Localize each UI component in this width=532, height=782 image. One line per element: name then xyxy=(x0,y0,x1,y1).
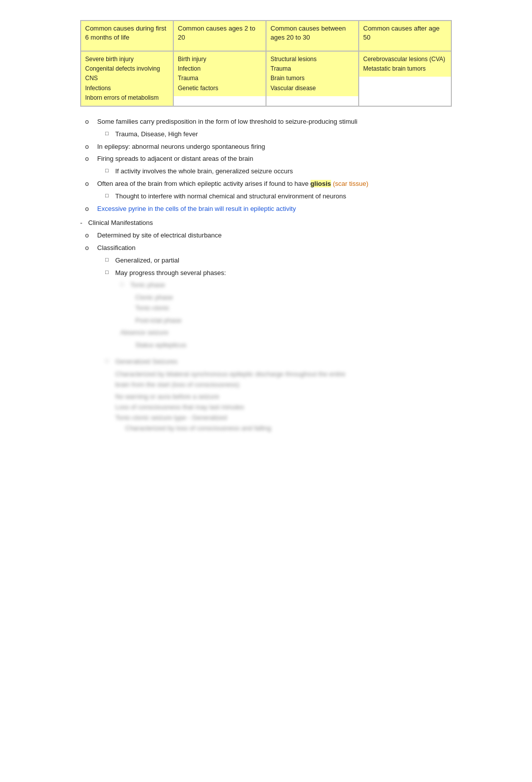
cause-item: Trauma xyxy=(178,74,261,83)
col-body-ages-2-20: Birth injury Infection Trauma Genetic fa… xyxy=(174,51,265,96)
bullet-activity: □ If activity involves the whole brain, … xyxy=(105,166,452,177)
bullet-families: o Some families carry predisposition in … xyxy=(85,117,452,127)
bullet-o-marker4: o xyxy=(85,179,97,189)
bullet-generalized-text: Generalized, or partial xyxy=(115,255,452,266)
bullet-trauma: □ Trauma, Disease, High fever xyxy=(105,129,452,140)
blurred-line-5: Tonic-clonic seizure type - Generalized xyxy=(115,413,452,423)
bullet-phases-text: May progress through several phases: xyxy=(115,268,452,279)
dash-marker: - xyxy=(80,218,88,228)
bullet-o-marker6: o xyxy=(85,230,97,241)
bullet-square-marker2: □ xyxy=(105,166,115,177)
bullet-pyrine-text: Excessive pyrine in the cells of the bra… xyxy=(97,204,452,214)
bullet-o-marker: o xyxy=(85,117,97,127)
cause-item: Congenital defects involving CNS xyxy=(85,64,169,83)
cause-item: Cerebrovascular lesions (CVA) xyxy=(363,55,447,64)
clinical-manifestations-label: Clinical Manifestations xyxy=(88,218,452,228)
bullet-pyrine: o Excessive pyrine in the cells of the b… xyxy=(85,204,452,214)
cause-item: Infection xyxy=(178,64,261,74)
cause-item: Infections xyxy=(85,84,169,93)
phase-absence-row: Absence seizure xyxy=(120,328,452,338)
bullet-interfere-text: Thought to interfere with normal chemica… xyxy=(115,191,452,202)
bullet-determined-text: Determined by site of electrical disturb… xyxy=(97,230,452,241)
cause-item: Severe birth injury xyxy=(85,55,169,64)
causes-table: Common causes during first 6 months of l… xyxy=(80,20,452,107)
bullet-square2-marker: □ xyxy=(120,280,130,291)
blurred-sub-section: Characterized by bilateral synchronous e… xyxy=(115,369,452,434)
cause-item: Birth injury xyxy=(178,55,261,64)
bullet-gliosis: o Often area of the brain from which epi… xyxy=(85,179,452,189)
bullet-square-marker4: □ xyxy=(105,255,115,266)
blurred-line-1: Characterized by bilateral synchronous e… xyxy=(115,369,452,380)
phase-sub-1: Clonic phase xyxy=(135,293,452,303)
bullet-phases: □ May progress through several phases: xyxy=(105,268,452,279)
bullet-o-marker5: o xyxy=(85,204,97,214)
col-first-months: Common causes during first 6 months of l… xyxy=(81,21,173,106)
bullet-activity-text: If activity involves the whole brain, ge… xyxy=(115,166,452,177)
bullet-o-marker2: o xyxy=(85,142,97,152)
bullet-phase-tonic-header: □ Tonic phase xyxy=(120,280,452,291)
cause-item: Vascular disease xyxy=(271,84,354,93)
col-header-ages-2-20: Common causes ages 2 to 20 xyxy=(178,25,255,41)
blurred-sub-sub: Characterized by loss of consciousness a… xyxy=(125,423,452,434)
col-ages-2-20: Common causes ages 2 to 20 Birth injury … xyxy=(173,21,266,106)
blurred-line-2: brain from the start (loss of consciousn… xyxy=(115,380,452,390)
bullet-square-marker3: □ xyxy=(105,191,115,202)
scar-tissue-text: (scar tissue) xyxy=(333,180,368,187)
bullet-families-text: Some families carry predisposition in th… xyxy=(97,117,452,127)
cause-item: Trauma xyxy=(271,64,354,74)
phase-sub-items: Clonic phase Tonic-clonic xyxy=(135,293,452,314)
content-section: o Some families carry predisposition in … xyxy=(80,117,452,434)
phase-sub-3: Post-ictal phase xyxy=(135,316,452,326)
cause-item: Structural lesions xyxy=(271,55,354,64)
blurred-line-3: No warning or aura before a seizure xyxy=(115,392,452,402)
bullet-epilepsy-text: In epilepsy: abnormal neurons undergo sp… xyxy=(97,142,452,152)
bullet-determined: o Determined by site of electrical distu… xyxy=(85,230,452,241)
col-header-after-50: Common causes after age 50 xyxy=(363,25,439,41)
bullet-firing-text: Firing spreads to adjacent or distant ar… xyxy=(97,154,452,164)
col-body-ages-20-30: Structural lesions Trauma Brain tumors V… xyxy=(267,51,358,96)
bullet-generalized: □ Generalized, or partial xyxy=(105,255,452,266)
bullet-o-marker7: o xyxy=(85,243,97,253)
blurred-bullet-1: □ Generalized Seizures xyxy=(105,357,452,367)
cause-item: Brain tumors xyxy=(271,74,354,83)
phase-absence: Absence seizure xyxy=(120,329,168,336)
bullet-square-marker5: □ xyxy=(105,268,115,279)
cause-item: Inborn errors of metabolism xyxy=(85,93,169,103)
phase-status: Status epilepticus xyxy=(135,340,452,351)
bullet-firing: o Firing spreads to adjacent or distant … xyxy=(85,154,452,164)
phase-blurred-1: Tonic phase xyxy=(130,280,165,291)
cause-item: Metastatic brain tumors xyxy=(363,64,447,74)
bullet-trauma-text: Trauma, Disease, High fever xyxy=(115,129,452,140)
bullet-interfere: □ Thought to interfere with normal chemi… xyxy=(105,191,452,202)
bullet-epilepsy: o In epilepsy: abnormal neurons undergo … xyxy=(85,142,452,152)
col-after-50: Common causes after age 50 Cerebrovascul… xyxy=(359,21,451,106)
bullet-classification: o Classification xyxy=(85,243,452,253)
col-body-after-50: Cerebrovascular lesions (CVA) Metastatic… xyxy=(359,51,451,77)
bullet-square-marker: □ xyxy=(105,129,115,140)
gliosis-highlight: gliosis xyxy=(311,180,331,187)
phase-sub-2: Tonic-clonic xyxy=(135,303,452,314)
col-header-ages-20-30: Common causes between ages 20 to 30 xyxy=(271,25,346,41)
blurred-line-4: Loss of consciousness that may last minu… xyxy=(115,402,452,413)
clinical-section-header: - Clinical Manifestations xyxy=(80,218,452,228)
bullet-o-marker3: o xyxy=(85,154,97,164)
cause-item: Genetic factors xyxy=(178,84,261,93)
col-header-first-months: Common causes during first 6 months of l… xyxy=(85,25,166,41)
bullet-gliosis-text: Often area of the brain from which epile… xyxy=(97,179,452,189)
blurred-line-6: Characterized by loss of consciousness a… xyxy=(125,423,452,434)
col-ages-20-30: Common causes between ages 20 to 30 Stru… xyxy=(266,21,359,106)
bullet-classification-text: Classification xyxy=(97,243,452,253)
col-body-first-months: Severe birth injury Congenital defects i… xyxy=(81,51,173,106)
blurred-section-1: □ Generalized Seizures Characterized by … xyxy=(80,357,452,434)
